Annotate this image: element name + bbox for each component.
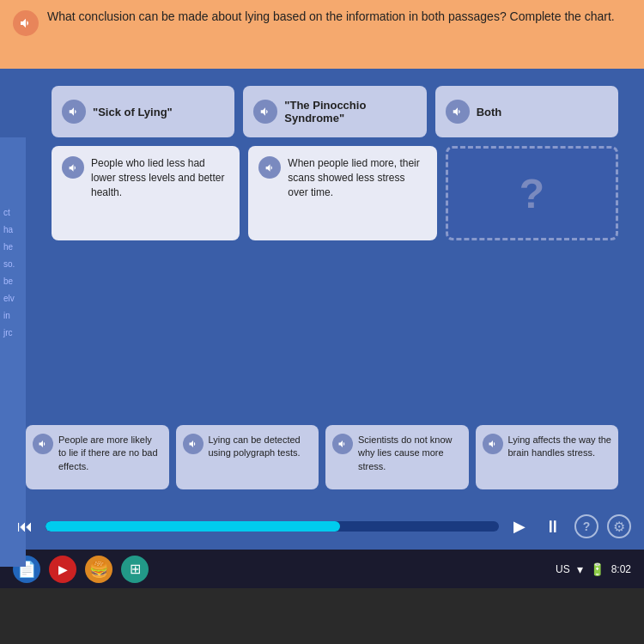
answer-choices: People are more likely to lie if there a… xyxy=(0,425,644,489)
top-bar: What conclusion can be made about lying … xyxy=(0,0,644,69)
answer-choice-4[interactable]: Lying affects the way the brain handles … xyxy=(476,425,619,489)
sidebar-overlay: ct ha he so. be elv in jrc xyxy=(0,137,26,567)
column-header-sick-of-lying: "Sick of Lying" xyxy=(52,86,234,137)
sidebar-num-3: he xyxy=(0,240,26,253)
answer-choice-3[interactable]: Scientists do not know why lies cause mo… xyxy=(325,425,469,489)
header-label-1: "Sick of Lying" xyxy=(93,106,173,118)
pause-button[interactable]: ⏸ xyxy=(540,513,566,539)
progress-fill xyxy=(46,521,340,532)
speaker-svg xyxy=(19,16,33,30)
speaker-icon-choice-1 xyxy=(38,439,48,449)
taskbar-app-food[interactable]: 🍔 xyxy=(85,556,112,583)
cell-1-1: People who lied less had lower stress le… xyxy=(52,146,240,240)
speaker-icon-cell-1 xyxy=(68,162,79,173)
taskbar-apps: 📄 ▶ 🍔 ⊞ xyxy=(13,556,149,583)
speaker-icon-choice-2 xyxy=(188,439,198,449)
settings-button[interactable]: ⚙ xyxy=(607,514,631,538)
cell-text-1-1: People who lied less had lower stress le… xyxy=(91,156,229,199)
speaker-icon-1 xyxy=(68,106,80,118)
clock: 8:02 xyxy=(611,563,631,575)
column-header-pinocchio: "The Pinocchio Syndrome" xyxy=(243,86,426,137)
choice-speaker-2[interactable] xyxy=(183,434,204,454)
cell-1-3-dashed[interactable]: ? xyxy=(446,146,618,240)
choice-speaker-3[interactable] xyxy=(332,434,353,454)
header-speaker-3[interactable] xyxy=(446,100,470,124)
choice-text-4: Lying affects the way the brain handles … xyxy=(508,434,612,460)
wifi-icon: ▾ xyxy=(577,562,583,576)
progress-bar-area: ⏮ ▶ ⏸ ? ⚙ xyxy=(0,513,644,539)
taskbar-app-screen[interactable]: ⊞ xyxy=(121,556,149,583)
choice-text-3: Scientists do not know why lies cause mo… xyxy=(358,434,462,473)
forward-button[interactable]: ▶ xyxy=(507,514,532,538)
help-button[interactable]: ? xyxy=(574,514,598,538)
sidebar-num-2: ha xyxy=(0,223,26,236)
speaker-icon-choice-4 xyxy=(488,439,498,449)
header-speaker-2[interactable] xyxy=(253,100,277,124)
sidebar-num-7: in xyxy=(0,309,26,322)
choice-speaker-1[interactable] xyxy=(33,434,53,454)
cell-speaker-1[interactable] xyxy=(62,156,84,179)
taskbar-app-youtube[interactable]: ▶ xyxy=(49,556,76,583)
speaker-icon-3 xyxy=(452,106,464,118)
speaker-icon-choice-3 xyxy=(337,439,348,449)
question-text: What conclusion can be made about lying … xyxy=(47,9,615,26)
speaker-icon-2 xyxy=(259,106,271,118)
question-mark: ? xyxy=(519,170,544,217)
cell-text-1-2: When people lied more, their scans showe… xyxy=(288,156,426,199)
region-label: US xyxy=(556,563,570,575)
choice-text-1: People are more likely to lie if there a… xyxy=(58,434,162,473)
cell-1-2: When people lied more, their scans showe… xyxy=(248,146,436,240)
chart-headers: "Sick of Lying" "The Pinocchio Syndrome"… xyxy=(52,86,618,137)
choice-speaker-4[interactable] xyxy=(483,434,503,454)
sidebar-num-6: elv xyxy=(0,292,26,305)
speaker-icon-cell-2 xyxy=(264,162,276,173)
header-speaker-1[interactable] xyxy=(62,100,86,124)
cell-speaker-2[interactable] xyxy=(258,156,281,179)
header-label-3: Both xyxy=(477,106,502,118)
skip-back-button[interactable]: ⏮ xyxy=(13,514,37,538)
taskbar-status: US ▾ 🔋 8:02 xyxy=(556,562,631,576)
choice-text-2: Lying can be detected using polygraph te… xyxy=(209,434,313,460)
main-content: ct ha he so. be elv in jrc "Sick of Lyin… xyxy=(0,69,644,550)
chart: "Sick of Lying" "The Pinocchio Syndrome"… xyxy=(52,86,618,240)
taskbar: 📄 ▶ 🍔 ⊞ US ▾ 🔋 8:02 xyxy=(0,550,644,588)
column-header-both: Both xyxy=(435,86,618,137)
header-label-2: "The Pinocchio Syndrome" xyxy=(284,99,416,125)
sidebar-num-5: be xyxy=(0,275,26,288)
speaker-icon[interactable] xyxy=(13,10,39,36)
answer-choice-1[interactable]: People are more likely to lie if there a… xyxy=(26,425,169,489)
answer-choice-2[interactable]: Lying can be detected using polygraph te… xyxy=(176,425,319,489)
sidebar-num-8: jrc xyxy=(0,326,26,339)
chart-row-1: People who lied less had lower stress le… xyxy=(52,146,618,240)
battery-icon: 🔋 xyxy=(590,562,605,576)
sidebar-num-4: so. xyxy=(0,258,26,270)
sidebar-num-1: ct xyxy=(0,206,26,219)
progress-track[interactable] xyxy=(46,521,499,532)
